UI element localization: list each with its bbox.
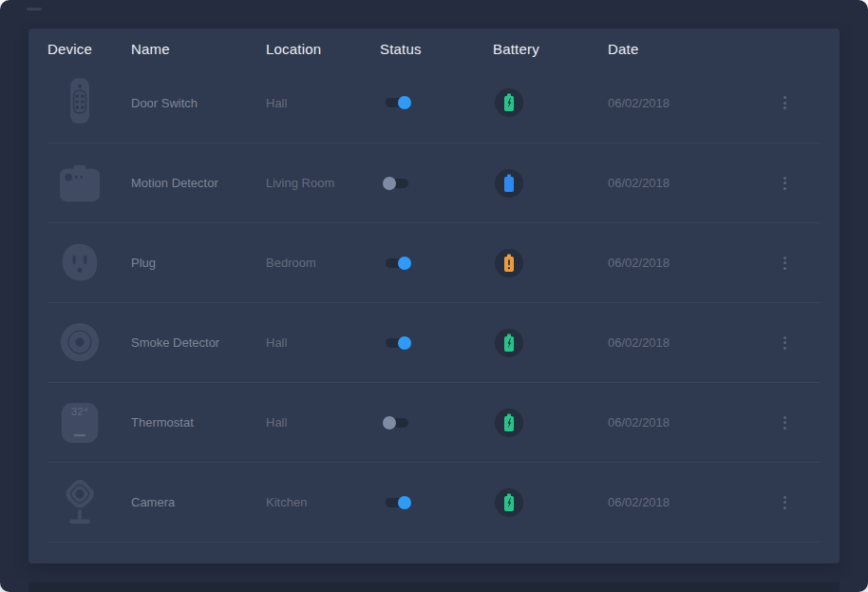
device-date: 06/02/2018 — [608, 96, 775, 110]
device-location: Hall — [266, 96, 380, 110]
device-location: Hall — [266, 335, 380, 350]
status-toggle[interactable] — [386, 258, 408, 268]
device-name: Smoke Detector — [131, 335, 266, 350]
device-name: Camera — [131, 495, 266, 509]
table-row: Smoke Detector Hall 06/02/2018 — [47, 302, 821, 382]
device-date: 06/02/2018 — [608, 495, 775, 509]
battery-icon — [495, 409, 523, 437]
table-row: 32° Thermostat Hall 06/02/2018 — [47, 382, 821, 462]
kebab-dot — [783, 501, 786, 504]
kebab-dot — [783, 181, 786, 184]
column-header-status: Status — [380, 41, 493, 57]
column-header-location: Location — [266, 41, 380, 57]
battery-icon — [495, 329, 523, 357]
device-date: 06/02/2018 — [608, 256, 775, 270]
battery-icon — [495, 169, 523, 198]
camera-icon — [59, 474, 101, 531]
kebab-dot — [783, 506, 786, 509]
status-toggle[interactable] — [386, 418, 408, 428]
kebab-dot — [783, 341, 786, 344]
battery-icon — [495, 249, 523, 277]
table-row: Motion Detector Living Room 06/02/2018 — [47, 143, 821, 222]
device-name: Thermostat — [131, 415, 266, 430]
page: Device Name Location Status Battery Date… — [0, 0, 868, 592]
thermostat-temp-label: 32° — [59, 406, 101, 417]
kebab-dot — [783, 106, 786, 109]
kebab-dot — [783, 347, 786, 350]
kebab-dot — [783, 267, 786, 270]
bottom-bar — [28, 582, 840, 592]
table-row: Door Switch Hall 06/02/2018 — [47, 63, 821, 143]
device-name: Plug — [131, 256, 266, 270]
table-footer-spacer — [47, 542, 821, 563]
kebab-dot — [783, 427, 786, 430]
device-location: Hall — [266, 415, 380, 430]
row-menu-button[interactable] — [775, 411, 794, 434]
column-header-date: Date — [608, 41, 775, 57]
battery-icon — [495, 488, 523, 517]
kebab-dot — [783, 257, 786, 259]
status-toggle[interactable] — [386, 338, 408, 348]
status-toggle[interactable] — [386, 179, 408, 188]
kebab-dot — [783, 261, 786, 264]
device-location: Bedroom — [266, 256, 380, 270]
device-name: Motion Detector — [131, 176, 266, 190]
door-switch-icon — [59, 74, 101, 131]
kebab-dot — [783, 102, 786, 105]
status-toggle[interactable] — [386, 498, 408, 507]
plug-icon — [59, 235, 101, 292]
table-body: Door Switch Hall 06/02/2018 Motion Detec… — [47, 63, 821, 542]
table-row: Plug Bedroom 06/02/2018 — [47, 222, 821, 302]
column-header-battery: Battery — [493, 41, 608, 57]
row-menu-button[interactable] — [775, 491, 794, 514]
smoke-detector-icon — [59, 315, 101, 372]
window-titlebar — [0, 0, 868, 29]
kebab-dot — [783, 416, 786, 419]
device-date: 06/02/2018 — [608, 415, 775, 430]
kebab-dot — [783, 421, 786, 424]
device-date: 06/02/2018 — [608, 176, 775, 190]
device-date: 06/02/2018 — [608, 335, 775, 350]
kebab-dot — [783, 96, 786, 99]
device-table: Device Name Location Status Battery Date… — [28, 29, 840, 563]
app-window: Device Name Location Status Battery Date… — [0, 0, 868, 592]
row-menu-button[interactable] — [775, 332, 794, 354]
column-header-name: Name — [131, 41, 266, 57]
table-header: Device Name Location Status Battery Date — [47, 29, 821, 63]
kebab-dot — [783, 187, 786, 190]
device-location: Living Room — [266, 176, 380, 190]
thermostat-icon — [59, 394, 101, 451]
kebab-dot — [783, 177, 786, 180]
kebab-dot — [783, 336, 786, 339]
battery-icon — [495, 88, 523, 117]
titlebar-dash — [27, 8, 42, 10]
motion-detector-icon — [59, 155, 101, 212]
row-menu-button[interactable] — [775, 252, 794, 275]
device-location: Kitchen — [266, 495, 380, 509]
table-row: Camera Kitchen 06/02/2018 — [47, 462, 821, 542]
column-header-device: Device — [47, 41, 131, 57]
kebab-dot — [783, 496, 786, 499]
row-menu-button[interactable] — [775, 91, 794, 114]
row-menu-button[interactable] — [775, 172, 794, 195]
status-toggle[interactable] — [386, 98, 408, 107]
device-name: Door Switch — [131, 96, 266, 110]
